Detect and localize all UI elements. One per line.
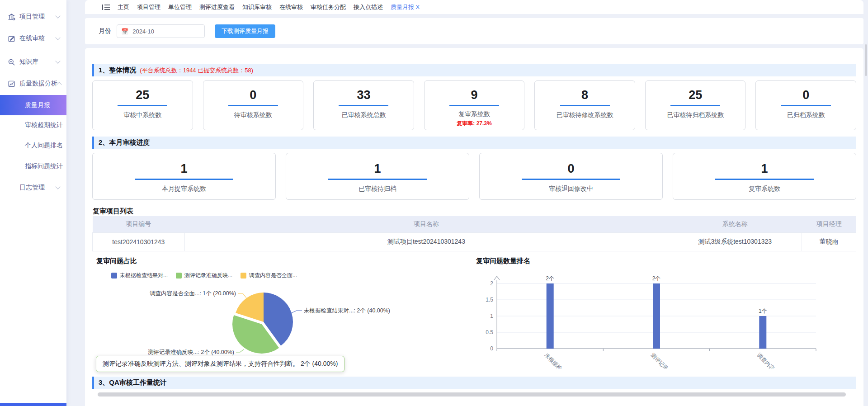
sidebar-item-personal-issue-ranking[interactable]: 个人问题排名 [0, 137, 66, 155]
stat-card-reviewed-total: 33 已审核系统总数 [313, 80, 414, 130]
stat-card-reviewed-to-modify: 8 已审核待修改系统数 [534, 80, 635, 130]
tab-quality-monthly-report-active[interactable]: 质量月报 X [391, 3, 420, 11]
y-tick: 0.5 [486, 329, 493, 335]
report-content-panel: 1、整体情况 (平台系统总数：1944 已提交系统总数：58) 25 审核中系统… [85, 48, 863, 406]
stat-underline [560, 105, 610, 106]
stat-card-month-re-review: 1 复审系统数 [673, 153, 856, 200]
sidebar-item-review-overdue-stats[interactable]: 审核超期统计 [0, 116, 66, 134]
y-tick: 2 [490, 280, 493, 287]
stat-underline [715, 179, 814, 180]
sidebar-item-quality-data-analysis[interactable]: 质量数据分析 [0, 75, 66, 93]
pie-label-blue: 未根据检查结果对...: 2个 (40.00%) [304, 307, 390, 314]
sidebar-item-indicator-issue-stats[interactable]: 指标问题统计 [0, 157, 66, 175]
cell-system-name: 测试3级系统test10301323 [668, 233, 802, 251]
col-project-id: 项目编号 [93, 216, 185, 233]
tab-eval-progress[interactable]: 测评进度查看 [199, 3, 235, 11]
sidebar-item-label: 在线审核 [19, 34, 56, 42]
y-tick: 1.5 [486, 297, 493, 303]
tab-unit-management[interactable]: 单位管理 [168, 3, 192, 11]
month-label: 月份 [99, 27, 111, 35]
stat-label: 审核中系统数 [93, 111, 193, 119]
table-header-row: 项目编号 项目名称 系统名称 项目经理 [93, 216, 856, 233]
calendar-icon: 📅 [121, 28, 128, 34]
download-report-button[interactable]: 下载测评质量月报 [215, 24, 275, 38]
month-input[interactable] [132, 28, 197, 35]
stat-card-archived: 0 已归档系统数 [755, 80, 856, 130]
pie-label-green: 测评记录准确反映...: 2个 (40.00%) [148, 349, 234, 355]
table-row[interactable]: test202410301243 测试项目test202410301243 测试… [93, 233, 856, 251]
bar-2[interactable] [653, 283, 660, 349]
stat-card-reviewed-to-archive: 25 已审核待归档系统数 [645, 80, 746, 130]
stat-underline [781, 105, 831, 106]
sidebar-item-knowledge-base[interactable]: 知识库 [0, 53, 66, 71]
sidebar-item-quality-monthly-report[interactable]: 质量月报 [0, 95, 66, 115]
section-header-qa-workload: 3、QA审核工作量统计 [92, 377, 856, 389]
section-header-month-progress: 2、本月审核进度 [92, 137, 856, 149]
stat-underline [118, 105, 167, 106]
stat-label: 复审系统数 [425, 110, 524, 118]
stat-underline [328, 179, 427, 180]
stat-card-re-review: 9 复审系统数 复审率: 27.3% [424, 80, 525, 130]
tab-review-task-assign[interactable]: 审核任务分配 [311, 3, 346, 11]
stat-underline [522, 179, 620, 180]
stat-value: 1 [286, 162, 469, 175]
vertical-scrollbar[interactable] [865, 44, 867, 76]
stat-underline [670, 105, 720, 106]
edit-icon [8, 35, 15, 42]
chevron-down-icon [55, 35, 60, 40]
stat-label: 已审核系统总数 [314, 111, 414, 119]
stat-underline [339, 105, 388, 106]
tab-online-review[interactable]: 在线审核 [279, 3, 303, 11]
bar-value-label: 2个 [652, 275, 661, 282]
stat-underline [228, 105, 278, 106]
chevron-down-icon [55, 13, 60, 18]
x-category-label: 调查内容... [755, 352, 779, 368]
stat-value: 0 [203, 88, 303, 102]
bar-chart-title: 复审问题数量排名 [476, 257, 530, 265]
bar-3[interactable] [759, 316, 766, 349]
pie-leader-green [236, 349, 244, 352]
x-category-label: 未根据检... [543, 352, 566, 368]
bar-1[interactable] [547, 283, 554, 349]
cell-project-manager: 董晓雨 [802, 233, 856, 251]
horizontal-scrollbar[interactable] [98, 392, 846, 397]
tab-home[interactable]: 主页 [118, 3, 129, 11]
chart-icon [8, 80, 15, 88]
pie-leader-yellow [238, 293, 246, 298]
bar-chart[interactable]: 2 1.5 1 0.5 0 2个 2个 1个 未根据检... 测评记录... 调… [476, 271, 833, 368]
review-table-title: 复审项目列表 [93, 207, 133, 216]
sidebar-item-label: 项目管理 [19, 13, 56, 21]
sidebar-item-label: 质量数据分析 [19, 80, 57, 88]
collapse-menu-icon[interactable] [102, 4, 110, 10]
col-project-manager: 项目经理 [802, 216, 856, 233]
tab-project-management[interactable]: 项目管理 [137, 3, 160, 11]
section-title: 3、QA审核工作量统计 [99, 378, 167, 387]
sidebar-item-log-management[interactable]: 日志管理 [0, 179, 66, 197]
bar-value-label: 1个 [759, 308, 767, 314]
section-note: (平台系统总数：1944 已提交系统总数：58) [140, 66, 253, 75]
sidebar-item-label: 个人问题排名 [25, 142, 63, 150]
sidebar-item-project-management[interactable]: 项目管理 [0, 8, 66, 26]
search-icon [8, 58, 15, 66]
stat-value: 33 [314, 88, 414, 102]
section-title: 2、本月审核进度 [99, 138, 150, 147]
month-picker[interactable]: 📅 [117, 24, 205, 38]
stat-label: 已归档系统数 [756, 111, 856, 119]
pie-tooltip: 测评记录准确反映测评方法、测评对象及测评结果，支持符合性判断。 2个 (40.0… [96, 356, 344, 372]
col-system-name: 系统名称 [668, 216, 802, 233]
stat-underline [449, 105, 499, 106]
tab-access-point-desc[interactable]: 接入点描述 [354, 3, 383, 11]
stat-label: 待审核系统数 [203, 111, 303, 119]
stat-card-pending-review: 0 待审核系统数 [203, 80, 304, 130]
stat-value: 0 [480, 162, 662, 175]
sidebar: 项目管理 在线审核 知识库 质量数据分析 质量月报 [0, 0, 66, 406]
tab-knowledge-review[interactable]: 知识库审核 [242, 3, 272, 11]
sidebar-item-label: 指标问题统计 [25, 162, 63, 170]
review-project-table: 项目编号 项目名称 系统名称 项目经理 test202410301243 测试项… [92, 216, 856, 251]
pie-chart-title: 复审问题占比 [96, 257, 137, 265]
chevron-down-icon [55, 184, 60, 189]
sidebar-item-label: 审核超期统计 [25, 121, 63, 129]
stat-value: 25 [646, 88, 745, 102]
stat-value: 1 [673, 162, 856, 175]
sidebar-item-online-review[interactable]: 在线审核 [0, 29, 66, 47]
